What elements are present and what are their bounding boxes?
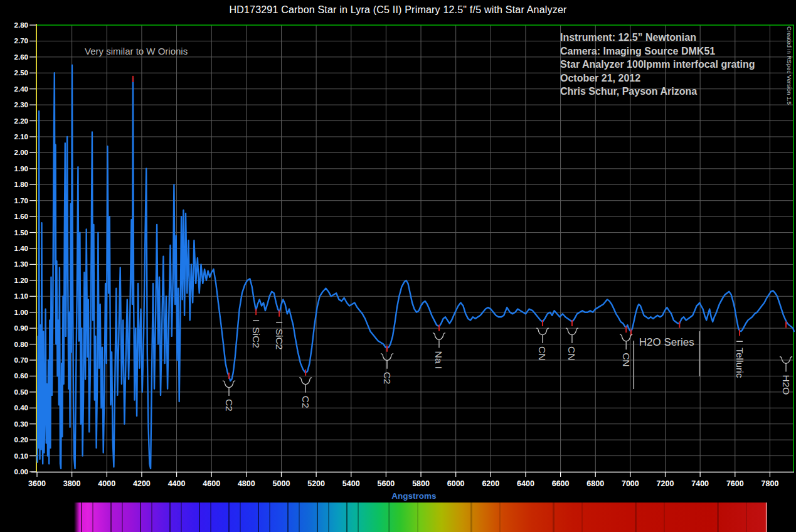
- x-tick-label: 6400: [517, 479, 534, 488]
- x-tick-label: 5200: [307, 479, 325, 488]
- x-tick-label: 7000: [622, 479, 639, 488]
- annotation-label: Telluric: [735, 348, 745, 378]
- y-tick-label: 2.80: [14, 21, 28, 29]
- info-observer: Chris Schur, Payson Arizona: [560, 85, 755, 98]
- fork-marker: [299, 378, 312, 393]
- y-tick-label: 1.60: [14, 213, 28, 220]
- y-tick-label: 0.50: [14, 388, 28, 396]
- fork-marker: [780, 357, 792, 372]
- x-tick-label: 3600: [28, 479, 46, 488]
- info-date: October 21, 2012: [560, 72, 755, 85]
- info-camera: Camera: Imaging Source DMK51: [560, 45, 755, 58]
- info-instrument: Instrument: 12.5” Newtonian: [560, 31, 755, 45]
- x-tick-label: 6200: [482, 479, 499, 488]
- x-tick-label: 5400: [342, 479, 360, 488]
- x-tick-label: 5800: [412, 479, 430, 488]
- x-tick-label: 6000: [447, 479, 465, 488]
- annotation-label: CN: [566, 346, 577, 360]
- fork-marker: [566, 328, 578, 343]
- rspec-watermark: Created in RSpec Version 1.5: [786, 26, 793, 105]
- y-tick-label: 0.70: [14, 356, 28, 364]
- y-tick-label: 1.40: [14, 245, 28, 252]
- y-tick-label: 0.80: [14, 341, 28, 348]
- x-tick-label: 5000: [273, 479, 290, 488]
- y-tick-label: 0.20: [14, 436, 28, 444]
- y-tick-label: 1.30: [14, 260, 28, 268]
- y-tick-label: 2.10: [14, 133, 28, 141]
- absorption-stripes-left: [74, 503, 365, 532]
- y-tick-label: 0.30: [14, 420, 28, 428]
- y-tick-label: 2.00: [14, 149, 28, 156]
- absorption-stripes-right: [365, 503, 767, 532]
- y-tick-label: 1.20: [14, 277, 28, 284]
- x-tick-label: 4800: [238, 479, 255, 488]
- y-tick-label: 2.60: [14, 53, 28, 61]
- x-tick-label: 7800: [762, 479, 779, 488]
- annotation-label: SiC2: [274, 329, 285, 350]
- y-tick-label: 1.90: [14, 165, 28, 173]
- fork-marker: [223, 381, 235, 396]
- y-tick-label: 0.00: [14, 468, 28, 476]
- y-tick-label: 2.30: [14, 101, 28, 109]
- y-tick-label: 0.90: [14, 324, 28, 332]
- annotation-label: Na I: [433, 351, 444, 369]
- fork-marker: [381, 354, 393, 369]
- x-tick-label: 4600: [203, 479, 220, 488]
- spectrum-app-window: HD173291 Carbon Star in Lyra (C5 II) Pri…: [0, 0, 796, 532]
- observation-info-block: Instrument: 12.5” Newtonian Camera: Imag…: [560, 31, 755, 98]
- x-tick-label: 7400: [691, 479, 709, 488]
- spectrum-bar-end-edge: [766, 503, 767, 532]
- x-tick-label: 4200: [133, 479, 151, 488]
- y-tick-label: 1.10: [14, 292, 28, 300]
- y-tick-label: 1.80: [14, 181, 28, 188]
- x-tick-label: 7200: [657, 479, 674, 488]
- x-tick-label: 7600: [726, 479, 744, 488]
- y-tick-label: 1.00: [14, 309, 28, 316]
- spectrum-color-bar: [74, 503, 767, 532]
- fork-marker: [536, 328, 549, 343]
- fork-marker: [433, 333, 445, 348]
- y-tick-label: 0.10: [14, 452, 28, 460]
- annotation-label: C2: [300, 396, 311, 408]
- info-grating: Star Analyzer 100lpmm interfocal grating: [560, 58, 755, 72]
- band-annotation-label: H2O Series: [639, 336, 694, 348]
- annotation-label: H2O: [781, 375, 792, 395]
- y-tick-label: 1.70: [14, 197, 28, 205]
- y-tick-label: 0.40: [14, 404, 28, 412]
- y-tick-label: 2.20: [14, 117, 28, 125]
- annotation-label: SiC2: [251, 327, 262, 348]
- x-tick-label: 6800: [586, 479, 604, 488]
- x-tick-label: 4400: [168, 479, 186, 488]
- annotation-label: C2: [224, 399, 235, 412]
- y-tick-label: 0.60: [14, 372, 28, 380]
- y-tick-label: 2.50: [14, 69, 28, 77]
- x-tick-label: 4000: [98, 479, 115, 488]
- annotation-label: C2: [382, 372, 393, 385]
- x-axis-title: Angstroms: [351, 491, 477, 501]
- y-tick-label: 2.40: [14, 85, 28, 93]
- annotation-label: CN: [537, 346, 548, 360]
- comparison-note: Very similar to W Orionis: [85, 46, 188, 56]
- x-tick-label: 5600: [377, 479, 395, 488]
- x-tick-label: 3800: [63, 479, 81, 488]
- annotation-label: CN: [621, 353, 632, 366]
- y-tick-label: 2.70: [14, 37, 28, 45]
- x-tick-label: 6600: [552, 479, 570, 488]
- y-tick-label: 1.50: [14, 229, 28, 237]
